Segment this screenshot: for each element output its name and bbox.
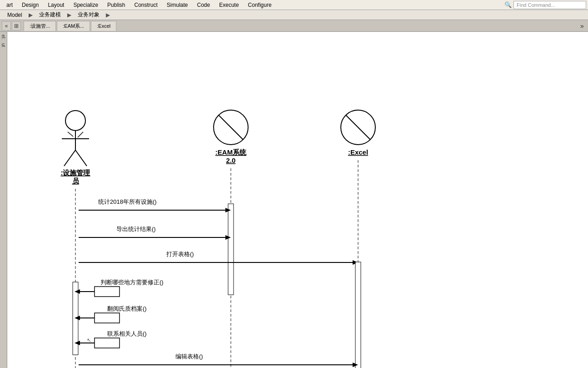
menu-simulate[interactable]: Simulate [162,1,193,9]
svg-line-5 [68,132,73,136]
msg5-label: 翻阅氏质档案() [107,305,147,312]
breadcrumb-business-model[interactable]: 业务建模 [35,10,65,20]
menu-configure[interactable]: Configure [244,1,276,9]
tabs-bar: « ⊞ :设施管... :EAM系... :Excel » [0,20,588,32]
svg-point-0 [65,111,85,131]
canvas-area[interactable]: :设施管理 员 :EAM系统 2.0 :Excel [7,32,588,368]
search-icon: 🔍 [504,1,512,8]
tab-2[interactable]: :EAM系... [57,21,90,31]
svg-rect-24 [355,262,361,368]
breadcrumb-bar: Model ▶ 业务建模 ▶ 业务对象 ▶ [0,10,588,20]
menu-publish[interactable]: Publish [103,1,130,9]
actor1-label: :设施管理 [61,169,91,176]
breadcrumb-business-object[interactable]: 业务对象 [73,10,104,20]
msg4-label: 判断哪些地方需要修正() [100,279,164,286]
menu-art[interactable]: art [2,1,17,9]
tab-1[interactable]: :设施管... [24,21,56,31]
tabs-collapse-right[interactable]: » [578,22,586,30]
svg-text:员: 员 [72,177,80,185]
breadcrumb-model[interactable]: Model [3,11,27,19]
tabs-grid-icon[interactable]: ⊞ [12,21,21,30]
menu-specialize[interactable]: Specialize [69,1,103,9]
svg-line-3 [64,150,75,166]
svg-rect-28 [95,313,120,323]
msg3-label: 打开表格() [166,251,194,257]
sidebar-label-1: el: [1,35,6,40]
main-layout: el: ut :设施管理 员 [0,32,588,368]
msg1-label: 统计2018年所有设施() [98,198,157,205]
actor3-label: :Excel [348,148,368,156]
msg7-label: 编辑表格() [175,353,203,360]
svg-rect-25 [95,287,120,297]
svg-text:2.0: 2.0 [226,156,236,164]
sequence-diagram: :设施管理 员 :EAM系统 2.0 :Excel [16,36,539,368]
svg-rect-16 [228,204,234,295]
svg-text:↖: ↖ [87,337,91,343]
menu-layout[interactable]: Layout [43,1,69,9]
sidebar-label-2: ut [1,43,6,47]
svg-rect-31 [95,338,120,348]
actor2-label: :EAM系统 [215,148,247,156]
menu-code[interactable]: Code [193,1,215,9]
breadcrumb-arrow-2: ▶ [67,12,71,18]
breadcrumb-arrow-3: ▶ [106,12,110,18]
menu-construct[interactable]: Construct [130,1,162,9]
svg-line-4 [75,150,87,166]
tab-3[interactable]: :Excel [91,21,116,31]
find-command-input[interactable]: Find Command... [513,1,586,9]
msg6-label: 联系相关人员() [107,330,147,337]
msg2-label: 导出统计结果() [116,226,156,232]
menu-design[interactable]: Design [17,1,43,9]
tabs-collapse-left[interactable]: « [2,21,11,30]
svg-line-6 [78,132,83,137]
menu-bar: art Design Layout Specialize Publish Con… [0,0,588,10]
left-sidebar: el: ut [0,32,7,368]
menu-execute[interactable]: Execute [214,1,243,9]
breadcrumb-arrow-1: ▶ [29,12,33,18]
